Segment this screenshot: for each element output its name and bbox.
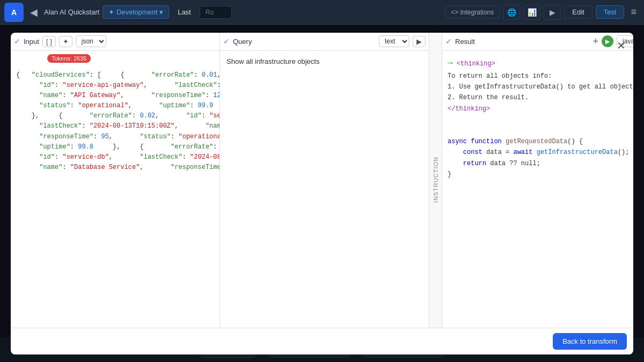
test-button[interactable]: Test xyxy=(596,5,625,19)
result-line: const data = await getInfrastructureData… xyxy=(448,147,633,158)
result-line xyxy=(448,114,633,125)
json-line: { xyxy=(125,143,144,151)
result-header-controls: + ▶ javascript json text xyxy=(593,35,633,47)
wand-icon-button[interactable]: ✦ xyxy=(59,36,72,47)
result-plus-button[interactable]: + xyxy=(593,36,599,47)
json-line: "lastCheck": "2024-08-13T10:00:00Z", xyxy=(151,82,219,89)
result-code-area[interactable]: → <thinking> To return all objects info:… xyxy=(442,51,633,328)
json-line: "cloudServices": [ xyxy=(24,71,101,79)
modal-footer: Back to transform xyxy=(11,328,633,354)
json-line: "id": "service-api-gateway", xyxy=(16,82,148,89)
query-format-select[interactable]: text json xyxy=(379,35,409,47)
json-line: "uptime": 99.9 xyxy=(136,102,213,109)
json-line: { xyxy=(105,71,125,79)
environment-button[interactable]: ✦ Development ▾ xyxy=(103,5,169,19)
input-check-icon: ✓ xyxy=(14,37,20,46)
json-line: "name": "Authentication Service", xyxy=(182,122,219,130)
json-line: "uptime": 99.8 xyxy=(16,143,93,151)
json-line: "id": "service-auth", xyxy=(163,112,219,120)
play-icon-button[interactable]: ▶ xyxy=(544,5,561,20)
close-button[interactable]: ✕ xyxy=(617,39,626,52)
query-content-area[interactable]: Show all infrastructure objects xyxy=(220,51,429,328)
result-check-icon: ✓ xyxy=(445,37,452,46)
input-code-area[interactable]: { "cloudServices": [ { "errorRate": 0.01… xyxy=(11,65,219,328)
result-play-button[interactable]: ▶ xyxy=(602,35,613,47)
result-line: → <thinking> xyxy=(448,56,633,71)
instruction-label: Instruction xyxy=(433,157,439,203)
json-line: "id": "service-db", xyxy=(16,153,113,161)
input-format-select[interactable]: json text xyxy=(76,35,106,47)
json-line: "name": "Database Service", xyxy=(16,164,144,171)
edit-button[interactable]: Edit xyxy=(564,5,592,19)
instruction-divider: Instruction xyxy=(429,33,442,328)
json-line: "status": "operational", xyxy=(116,133,219,141)
input-panel-label: Input xyxy=(24,38,39,46)
json-line: { xyxy=(16,71,20,79)
result-line: 2. Return the result. xyxy=(448,92,633,103)
json-line: "errorRate": 0.05, xyxy=(148,143,219,151)
input-panel-header: ✓ Input [ ] ✦ json text xyxy=(11,33,219,51)
json-line: "errorRate": 0.01, xyxy=(128,71,219,79)
result-line: To return all objects info: xyxy=(448,71,633,82)
bracket-icon-button[interactable]: [ ] xyxy=(42,36,56,47)
modal-overlay: ✕ ✓ Input [ ] ✦ json text Tokens: 2635 xyxy=(0,25,644,362)
json-line: "errorRate": 0.02, xyxy=(67,112,159,120)
topbar: A ◀ Alan AI Quickstart ✦ Development ▾ L… xyxy=(0,0,644,25)
globe-icon-button[interactable]: 🌐 xyxy=(503,5,520,20)
integrations-button[interactable]: <> Integrations xyxy=(445,6,500,19)
result-panel: ✓ Result + ▶ javascript json text → <thi… xyxy=(442,33,633,328)
query-panel-label: Query xyxy=(233,38,252,46)
back-button[interactable]: ◀ xyxy=(27,4,41,20)
query-panel-header: ✓ Query text json ▶ xyxy=(220,33,429,51)
menu-button[interactable]: ≡ xyxy=(627,4,640,20)
result-panel-header: ✓ Result + ▶ javascript json text xyxy=(442,33,633,51)
result-line: async function getRequestedData() { xyxy=(448,136,633,147)
back-to-transform-button[interactable]: Back to transform xyxy=(553,333,627,350)
chart-icon-button[interactable]: 📊 xyxy=(523,5,540,20)
json-line: "responseTime": 120, xyxy=(128,92,219,99)
modal: ✕ ✓ Input [ ] ✦ json text Tokens: 2635 xyxy=(11,33,633,354)
result-line: </thinking> xyxy=(448,104,633,114)
tokens-badge: Tokens: 2635 xyxy=(47,54,91,63)
result-line: return data ?? null; xyxy=(448,158,633,169)
json-line: "lastCheck": "2024-08-13T10:30:00Z", xyxy=(116,153,219,161)
result-line: } xyxy=(448,169,633,180)
panels-row: ✓ Input [ ] ✦ json text Tokens: 2635 { "… xyxy=(11,33,633,328)
json-line: "responseTime": 250, xyxy=(148,164,219,171)
run-input[interactable] xyxy=(200,6,232,19)
json-line: "responseTime": 95, xyxy=(16,133,113,141)
logo: A xyxy=(4,3,24,22)
query-text: Show all infrastructure objects xyxy=(226,57,319,65)
json-line: "status": "operational", xyxy=(16,102,132,109)
json-line: }, xyxy=(16,112,39,120)
query-check-icon: ✓ xyxy=(223,37,230,46)
result-panel-label: Result xyxy=(455,38,475,46)
json-line: { xyxy=(43,112,62,120)
last-button[interactable]: Last xyxy=(172,6,196,18)
json-line: "lastCheck": "2024-08-13T10:15:00Z", xyxy=(16,122,178,130)
query-arrow-button[interactable]: ▶ xyxy=(413,36,426,47)
json-line: }, xyxy=(97,143,120,151)
project-name: Alan AI Quickstart xyxy=(44,8,99,16)
tokens-badge-container: Tokens: 2635 xyxy=(11,51,219,65)
query-panel: ✓ Query text json ▶ Show all infrastruct… xyxy=(220,33,429,328)
result-line: 1. Use getInfrastructureData() to get al… xyxy=(448,82,633,92)
input-panel: ✓ Input [ ] ✦ json text Tokens: 2635 { "… xyxy=(11,33,220,328)
json-line: "name": "API Gateway", xyxy=(16,92,125,99)
result-line xyxy=(448,125,633,136)
